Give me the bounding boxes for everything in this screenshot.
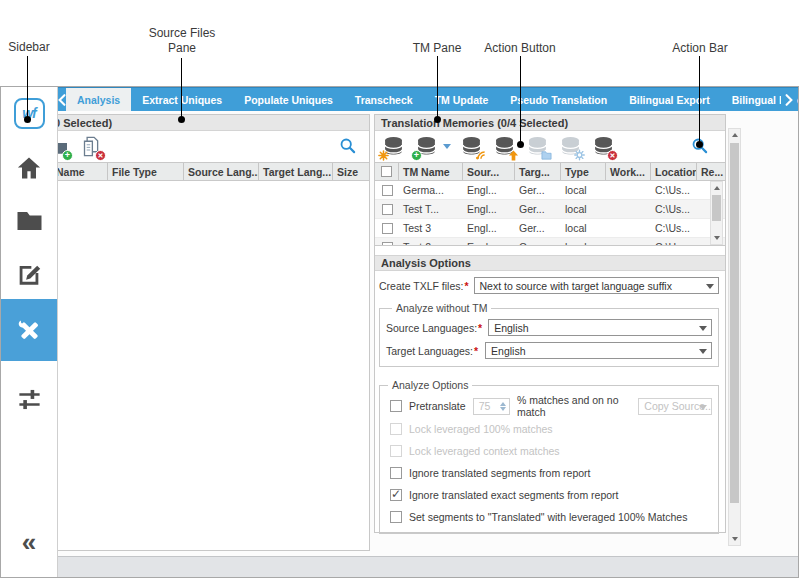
- column-target-language[interactable]: Target Lang...: [259, 163, 333, 180]
- add-tm-button[interactable]: +: [413, 134, 439, 160]
- annotation-line-sidebar: [27, 56, 28, 117]
- no-match-action-select: Copy Source...: [638, 398, 712, 415]
- tm-location-cell: C:\Us...: [651, 222, 697, 234]
- tm-type-cell: local: [561, 241, 606, 245]
- set-translated-row: Set segments to "Translated" with levera…: [382, 506, 712, 528]
- column-size[interactable]: Size: [333, 163, 369, 180]
- create-txlf-select[interactable]: Next to source with target language suff…: [474, 277, 719, 294]
- folder-badge-icon: [541, 149, 552, 161]
- sidebar-item-editor[interactable]: [1, 255, 57, 291]
- tm-type-cell: local: [561, 203, 606, 215]
- annotation-dot-source-files-pane: [178, 116, 185, 123]
- annotation-sidebar: Sidebar: [5, 40, 53, 55]
- remove-file-button[interactable]: ✕: [78, 134, 104, 160]
- tm-row[interactable]: Test T... Engl... Ger... local C:\Us...: [375, 200, 725, 219]
- lock-100-row: Lock leveraged 100% matches: [382, 418, 712, 440]
- tab-tm-update[interactable]: TM Update: [424, 88, 500, 111]
- column-tm-type[interactable]: Type: [561, 163, 606, 180]
- column-source-language[interactable]: Source Lang...: [184, 163, 259, 180]
- app-logo: wf: [1, 95, 57, 131]
- column-tm-source[interactable]: Sour...: [463, 163, 515, 180]
- ignore-translated-checkbox[interactable]: [390, 467, 402, 479]
- target-languages-select[interactable]: English: [485, 342, 712, 359]
- spinner-up-icon[interactable]: [500, 402, 506, 406]
- tab-scroll-left-button[interactable]: [58, 88, 66, 111]
- row-checkbox[interactable]: [382, 223, 393, 234]
- create-tm-button[interactable]: [380, 134, 406, 160]
- options-panel-scrollbar[interactable]: [728, 128, 741, 546]
- x-badge-icon: ✕: [95, 150, 106, 161]
- scrollbar-thumb[interactable]: [712, 195, 721, 221]
- tab-transcheck[interactable]: Transcheck: [344, 88, 424, 111]
- sidebar-collapse-button[interactable]: «: [1, 525, 57, 559]
- row-checkbox[interactable]: [382, 242, 393, 246]
- source-languages-select[interactable]: English: [488, 319, 712, 336]
- sidebar-item-tools[interactable]: [1, 299, 57, 361]
- annotation-dot-action-button: [517, 141, 524, 148]
- column-tm-remote[interactable]: Re...: [697, 163, 725, 180]
- tab-scroll-right-button[interactable]: [781, 88, 797, 111]
- sidebar-item-preferences[interactable]: [1, 377, 57, 421]
- tab-analysis[interactable]: Analysis: [66, 88, 131, 111]
- ignore-translated-row: Ignore translated segments from report: [382, 462, 712, 484]
- gear-badge-icon: [574, 149, 585, 161]
- sidebar-item-files[interactable]: [1, 204, 57, 238]
- dropdown-arrow-icon: [699, 405, 707, 410]
- tab-bilingual-export[interactable]: Bilingual Export: [618, 88, 721, 111]
- tm-settings-button-disabled: [557, 134, 583, 160]
- scroll-down-arrow[interactable]: [729, 533, 740, 545]
- action-tab-bar: Analysis Extract Uniques Populate Unique…: [58, 87, 798, 111]
- remove-tm-button[interactable]: ✕: [590, 134, 616, 160]
- ignore-translated-label: Ignore translated segments from report: [409, 467, 591, 479]
- collapse-chevrons-icon: «: [22, 532, 36, 552]
- tm-name-cell: Test 3: [399, 222, 463, 234]
- lock-100-label: Lock leveraged 100% matches: [409, 423, 553, 435]
- scrollbar-thumb[interactable]: [730, 143, 739, 503]
- files-pane-title: Files (0/0 Selected): [7, 115, 369, 131]
- select-all-checkbox[interactable]: [381, 166, 392, 177]
- column-tm-target[interactable]: Targ...: [515, 163, 561, 180]
- status-bar: [58, 556, 798, 577]
- import-tm-button[interactable]: [491, 134, 517, 160]
- row-checkbox[interactable]: [382, 185, 393, 196]
- column-tm-name[interactable]: TM Name: [399, 163, 463, 180]
- tm-target-cell: Ger...: [515, 241, 561, 245]
- open-tm-button-disabled: [524, 134, 550, 160]
- column-tm-location[interactable]: Location: [651, 163, 697, 180]
- files-search-button[interactable]: [339, 137, 357, 155]
- tab-extract-uniques[interactable]: Extract Uniques: [131, 88, 233, 111]
- pretranslate-suffix-label: % matches and on no match: [517, 394, 631, 418]
- sidebar: wf «: [1, 87, 58, 577]
- tm-type-cell: local: [561, 222, 606, 234]
- tm-list-scrollbar[interactable]: [710, 181, 723, 245]
- row-checkbox[interactable]: [382, 204, 393, 215]
- dropdown-arrow-icon: [699, 349, 707, 354]
- tm-name-cell: Test 2...: [399, 241, 463, 245]
- set-translated-checkbox[interactable]: [390, 511, 402, 523]
- spinner-down-icon[interactable]: [500, 407, 506, 411]
- column-tm-workgroup[interactable]: Work...: [606, 163, 651, 180]
- pretranslate-threshold-spinner[interactable]: 75: [473, 398, 510, 415]
- pretranslate-checkbox[interactable]: [390, 400, 402, 412]
- tm-source-cell: Engl...: [463, 203, 515, 215]
- analyze-options-legend: Analyze Options: [388, 379, 472, 391]
- tm-row-partial[interactable]: Test 2... Engl... Ger... local C:\Us...: [375, 238, 725, 245]
- scroll-up-arrow[interactable]: [729, 129, 740, 141]
- tab-populate-uniques[interactable]: Populate Uniques: [233, 88, 344, 111]
- target-languages-label: Target Languages:: [386, 345, 473, 357]
- tm-row[interactable]: Germa... Engl... Ger... local C:\Us...: [375, 181, 725, 200]
- source-languages-label: Source Languages:: [386, 322, 477, 334]
- tab-pseudo-translation[interactable]: Pseudo Translation: [499, 88, 618, 111]
- tm-target-cell: Ger...: [515, 203, 561, 215]
- scroll-up-arrow[interactable]: [711, 182, 722, 194]
- tm-row[interactable]: Test 3 Engl... Ger... local C:\Us...: [375, 219, 725, 238]
- scroll-down-arrow[interactable]: [711, 232, 722, 244]
- tm-table: TM Name Sour... Targ... Type Work... Loc…: [375, 162, 725, 246]
- tm-location-cell: C:\Us...: [651, 184, 697, 196]
- add-tm-dropdown-arrow-icon[interactable]: [443, 144, 451, 149]
- files-table-body-empty: [7, 181, 369, 521]
- ignore-exact-checkbox[interactable]: [390, 489, 402, 501]
- column-file-type[interactable]: File Type: [108, 163, 184, 180]
- connect-remote-tm-button[interactable]: [458, 134, 484, 160]
- sidebar-item-home[interactable]: [1, 151, 57, 185]
